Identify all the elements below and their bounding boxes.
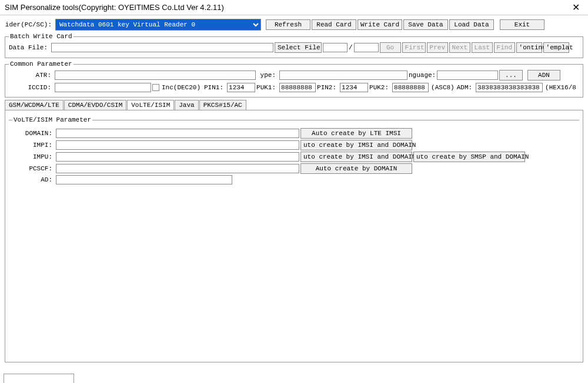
go-button[interactable]: Go [380, 42, 401, 53]
type-label: ype: [257, 72, 278, 79]
pin2-input[interactable] [340, 83, 368, 92]
tab-java[interactable]: Java [175, 100, 198, 110]
select-file-button[interactable]: Select File [275, 42, 322, 53]
ad-label: AD: [12, 176, 55, 183]
reader-select[interactable]: Watchdata 0601 key Virtual Reader 0 [55, 19, 261, 31]
atr-input[interactable] [55, 70, 256, 80]
load-data-button[interactable]: Load Data [449, 19, 494, 30]
adm-input[interactable] [476, 83, 543, 92]
iccid-label: ICCID: [9, 84, 54, 91]
volte-fieldset: VoLTE/ISIM Parameter DOMAIN: Auto create… [9, 116, 579, 357]
next-button[interactable]: Next [449, 42, 470, 53]
batch-fieldset: Batch Write Card Data File: Select File … [5, 33, 583, 58]
domain-label: DOMAIN: [12, 130, 55, 137]
tab-content: VoLTE/ISIM Parameter DOMAIN: Auto create… [5, 110, 583, 362]
common-fieldset: Common Parameter ATR: ype: nguage: ... A… [5, 61, 583, 98]
last-button[interactable]: Last [472, 42, 493, 53]
puk2-label: PUK2: [369, 84, 391, 91]
lang-label: nguage: [409, 72, 436, 79]
idx2-input[interactable] [354, 43, 379, 52]
common-legend: Common Parameter [9, 61, 74, 68]
window-title: SIM Personalize tools(Copyright: OYEITIM… [5, 3, 569, 12]
refresh-button[interactable]: Refresh [266, 19, 310, 30]
inc-checkbox[interactable] [152, 84, 159, 91]
domain-input[interactable] [56, 129, 299, 138]
puk2-input[interactable] [392, 83, 429, 92]
type-input[interactable] [279, 70, 407, 80]
hex-label: (HEX16/8 [544, 84, 579, 91]
impi-label: IMPI: [12, 142, 55, 149]
impi-auto-button[interactable]: uto create by IMSI and DOMAIN [300, 140, 412, 150]
pin1-input[interactable] [227, 83, 255, 92]
tab-volte[interactable]: VoLTE/ISIM [127, 100, 174, 110]
tab-gsm[interactable]: GSM/WCDMA/LTE [5, 100, 64, 110]
status-tab [4, 374, 74, 383]
lang-input[interactable] [437, 70, 498, 80]
pcscf-label: PCSCF: [12, 165, 55, 172]
pin1-label: PIN1: [204, 84, 226, 91]
prev-button[interactable]: Prev [427, 42, 448, 53]
puk1-input[interactable] [279, 83, 316, 92]
batch-legend: Batch Write Card [9, 33, 74, 40]
puk1-label: PUK1: [256, 84, 278, 91]
datafile-input[interactable] [51, 43, 273, 52]
impu-input[interactable] [56, 152, 299, 162]
find-button[interactable]: Find [494, 42, 515, 53]
impu-auto-button-2[interactable]: uto create by SMSP and DOMAIN [413, 152, 525, 162]
close-icon[interactable]: ✕ [569, 2, 583, 13]
read-card-button[interactable]: Read Card [312, 19, 356, 30]
domain-auto-button[interactable]: Auto create by LTE IMSI [300, 128, 412, 139]
impi-input[interactable] [56, 140, 299, 150]
tab-cdma[interactable]: CDMA/EVDO/CSIM [64, 100, 126, 110]
atr-label: ATR: [9, 72, 54, 79]
continue-button[interactable]: 'ontinu [516, 42, 542, 53]
ad-input[interactable] [56, 175, 232, 184]
impu-label: IMPU: [12, 153, 55, 160]
adn-button[interactable]: ADN [527, 70, 560, 80]
exit-button[interactable]: Exit [500, 19, 544, 30]
idx1-input[interactable] [323, 43, 348, 52]
datafile-label: Data File: [9, 44, 50, 51]
impu-auto-button-1[interactable]: uto create by IMSI and DOMAIN [300, 152, 412, 162]
save-data-button[interactable]: Save Data [403, 19, 448, 30]
inc-label: Inc(DEC20) [161, 84, 203, 91]
pin2-label: PIN2: [317, 84, 339, 91]
template-button[interactable]: 'emplat [543, 42, 569, 53]
write-card-button[interactable]: Write Card [358, 19, 402, 30]
asc8-label: (ASC8) [430, 84, 456, 91]
lang-browse-button[interactable]: ... [499, 70, 523, 80]
tab-pkcs[interactable]: PKCS#15/AC [199, 100, 246, 110]
first-button[interactable]: First [402, 42, 426, 53]
iccid-input[interactable] [55, 83, 151, 92]
slash-label: / [349, 44, 353, 51]
reader-label: ider(PC/SC): [5, 21, 54, 28]
pcscf-auto-button[interactable]: Auto create by DOMAIN [300, 163, 412, 174]
pcscf-input[interactable] [56, 164, 299, 173]
adm-label: ADM: [457, 84, 475, 91]
volte-legend: VoLTE/ISIM Parameter [12, 116, 92, 123]
